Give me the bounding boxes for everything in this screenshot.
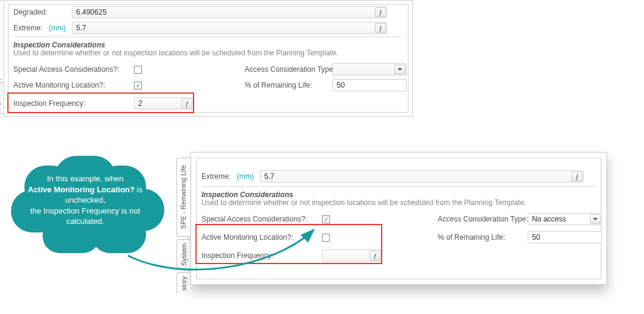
inspection-group-header-bottom: Inspection Considerations bbox=[201, 186, 596, 199]
pct-remaining-label-top: % of Remaining Life: bbox=[245, 81, 312, 89]
active-monitoring-label-bottom: Active Monitoring Location?: bbox=[201, 233, 309, 242]
access-type-label-top: Access Consideration Type: bbox=[245, 65, 335, 74]
row-degraded: Degraded: 6.490625 f bbox=[13, 5, 403, 19]
row-active-monitoring-top: Active Monitoring Location?: ✓ % of Rema… bbox=[13, 78, 403, 92]
panel-bottom: SPE - Remaining Life System story Extrem… bbox=[191, 152, 607, 285]
callout-line1a: In this example, when bbox=[47, 174, 124, 183]
active-monitoring-checkbox-bottom[interactable] bbox=[322, 234, 330, 242]
pct-remaining-value-top: 50 bbox=[337, 81, 345, 89]
panel-top: SPE - Remaining Life System Degraded: 6.… bbox=[4, 0, 413, 117]
degraded-field[interactable]: 6.490625 f bbox=[72, 6, 387, 18]
extreme-field-top[interactable]: 5.7 f bbox=[72, 22, 387, 34]
special-access-label-top: Special Access Considerations?: bbox=[13, 65, 121, 74]
tab-system-top[interactable]: System bbox=[0, 82, 3, 114]
extreme-fx-button-bottom[interactable]: f bbox=[572, 172, 583, 181]
special-access-checkbox-bottom[interactable]: ✓ bbox=[322, 215, 330, 223]
callout-line1b: Active Monitoring Location? bbox=[28, 185, 135, 194]
degraded-fx-button[interactable]: f bbox=[375, 7, 386, 17]
inspection-freq-label-bottom: Inspection Frequency: bbox=[201, 251, 309, 260]
callout-text: In this example, when Active Monitoring … bbox=[18, 173, 152, 227]
mm-unit-bottom: (mm) bbox=[237, 172, 254, 181]
tab-spe-label-bottom: SPE - Remaining Life bbox=[180, 161, 187, 232]
inspection-group-header-top: Inspection Considerations bbox=[13, 37, 403, 49]
tab-system-bottom[interactable]: System bbox=[177, 239, 190, 270]
access-type-dropdown-top[interactable] bbox=[332, 63, 407, 75]
extreme-field-bottom[interactable]: 5.7 f bbox=[260, 170, 584, 183]
tab-story-label-bottom: story bbox=[180, 273, 187, 295]
pct-remaining-field-top[interactable]: 50 bbox=[332, 79, 407, 91]
callout-line3: the Inspection Frequency is not calculat… bbox=[30, 206, 141, 226]
pct-remaining-field-bottom[interactable]: 50 bbox=[528, 231, 602, 243]
row-active-monitoring-bottom: Active Monitoring Location?: % of Remain… bbox=[201, 230, 596, 245]
inspection-freq-fx-button-top[interactable]: f bbox=[181, 99, 192, 108]
inspection-freq-value-top: 2 bbox=[138, 99, 142, 108]
row-special-access-top: Special Access Considerations?: Access C… bbox=[13, 62, 403, 77]
extreme-value-bottom: 5.7 bbox=[264, 172, 275, 181]
tab-story-bottom[interactable]: story bbox=[177, 272, 190, 294]
degraded-value: 6.490625 bbox=[76, 8, 107, 16]
access-type-label-bottom: Access Consideration Type: bbox=[438, 215, 528, 223]
inspection-freq-field-bottom[interactable]: f bbox=[322, 249, 382, 262]
access-type-dropdown-bottom[interactable]: No access bbox=[528, 213, 602, 225]
tab-system-label-bottom: System bbox=[180, 240, 187, 270]
pct-remaining-value-bottom: 50 bbox=[532, 233, 540, 242]
inspection-freq-label-top: Inspection Frequency: bbox=[13, 99, 121, 108]
extreme-value-top: 5.7 bbox=[76, 24, 86, 32]
row-special-access-bottom: Special Access Considerations?: ✓ Access… bbox=[201, 212, 596, 226]
panel-bottom-inner: Extreme: (mm) 5.7 f Inspection Considera… bbox=[196, 158, 601, 279]
callout-cloud: In this example, when Active Monitoring … bbox=[0, 152, 170, 274]
vtabs-top: SPE - Remaining Life System bbox=[0, 1, 4, 116]
extreme-label-bottom: Extreme: bbox=[201, 172, 234, 181]
tab-spe-bottom[interactable]: SPE - Remaining Life bbox=[177, 158, 190, 237]
chevron-down-icon bbox=[394, 65, 405, 74]
access-type-value-bottom: No access bbox=[532, 215, 566, 223]
inspection-group-desc-bottom: Used to determine whether or not inspect… bbox=[201, 198, 596, 207]
special-access-label-bottom: Special Access Considerations?: bbox=[201, 215, 309, 223]
pct-remaining-label-bottom: % of Remaining Life: bbox=[438, 233, 505, 242]
inspection-group-desc-top: Used to determine whether or not inspect… bbox=[13, 49, 403, 57]
active-monitoring-checkbox-top[interactable]: ✓ bbox=[134, 82, 142, 89]
extreme-label-top: Extreme: bbox=[13, 24, 46, 32]
degraded-label: Degraded: bbox=[13, 8, 66, 16]
tab-spe-top[interactable]: SPE - Remaining Life bbox=[0, 1, 3, 80]
mm-unit-top: (mm) bbox=[49, 24, 66, 32]
row-inspection-freq-bottom: Inspection Frequency: f bbox=[201, 248, 596, 263]
row-extreme-bottom: Extreme: (mm) 5.7 f bbox=[201, 169, 596, 184]
panel-top-inner: Degraded: 6.490625 f Extreme: (mm) 5.7 f… bbox=[8, 4, 408, 113]
special-access-checkbox-top[interactable] bbox=[134, 66, 142, 74]
inspection-freq-fx-button-bottom[interactable]: f bbox=[369, 251, 380, 260]
chevron-down-icon bbox=[590, 214, 601, 224]
tab-system-label: System bbox=[0, 83, 1, 113]
row-inspection-freq-top: Inspection Frequency: 2 f bbox=[13, 96, 403, 111]
active-monitoring-label-top: Active Monitoring Location?: bbox=[13, 81, 121, 89]
extreme-fx-button-top[interactable]: f bbox=[375, 23, 386, 33]
vtabs-bottom: SPE - Remaining Life System story bbox=[177, 153, 191, 284]
row-extreme-top: Extreme: (mm) 5.7 f bbox=[13, 21, 403, 35]
inspection-freq-field-top[interactable]: 2 f bbox=[134, 97, 194, 110]
